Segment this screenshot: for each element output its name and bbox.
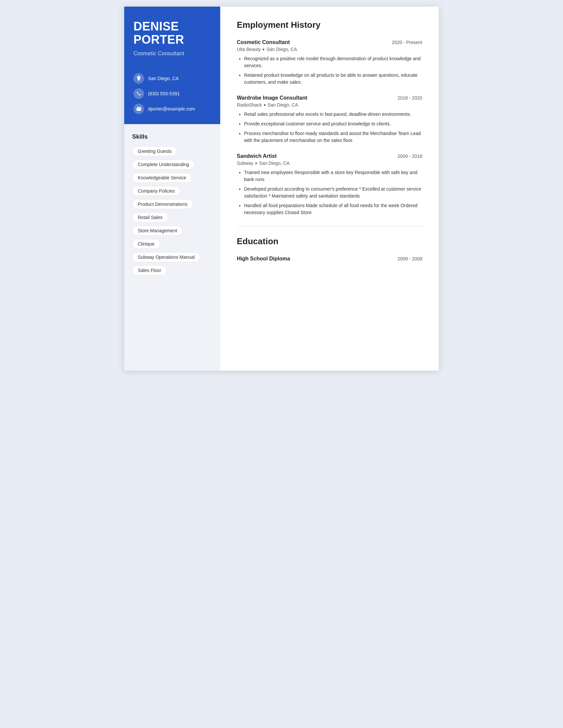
bullet-item: Retained product knowledge on all produc… <box>244 72 422 86</box>
skill-tag: Complete Understanding <box>132 159 195 169</box>
job-bullets: Trained new employees Responsible with a… <box>237 169 422 216</box>
job-meta: Ulta Beauty San Diego, CA <box>237 47 422 52</box>
skill-tag: Subway Operations Manual <box>132 252 200 262</box>
job-block: Cosmetic Consultant2020 - PresentUlta Be… <box>237 39 422 86</box>
skill-tag: Product Demonstrations <box>132 199 193 209</box>
job-meta: Subway San Diego, CA <box>237 160 422 166</box>
skills-heading: Skills <box>132 133 212 140</box>
skill-tag: Knowledgeable Service <box>132 173 192 183</box>
candidate-name: DENISE PORTER <box>133 20 211 46</box>
meta-separator <box>255 162 257 164</box>
job-location: San Diego, CA <box>267 102 299 108</box>
job-company: Ulta Beauty <box>237 47 260 52</box>
skill-tag: Greeting Guests <box>132 146 177 156</box>
job-block: Sandwich Artist2009 - 2018Subway San Die… <box>237 153 422 216</box>
bullet-item: Recognized as a positive role model thro… <box>244 55 422 69</box>
location-icon <box>133 73 144 84</box>
edu-dates: 2009 - 2009 <box>398 256 422 261</box>
skill-tag: Company Policies <box>132 186 180 196</box>
job-block: Wardrobe Image Consultant2018 - 2020Radi… <box>237 95 422 144</box>
job-title: Sandwich Artist <box>237 153 276 159</box>
location-text: San Diego, CA <box>148 76 179 81</box>
job-dates: 2018 - 2020 <box>398 95 422 101</box>
job-title: Wardrobe Image Consultant <box>237 95 307 101</box>
education-heading: Education <box>237 236 422 249</box>
job-company: Subway <box>237 160 253 166</box>
job-header: Sandwich Artist2009 - 2018 <box>237 153 422 159</box>
edu-header: High School Diploma2009 - 2009 <box>237 256 422 262</box>
job-bullets: Recognized as a positive role model thro… <box>237 55 422 86</box>
email-icon <box>133 104 144 114</box>
contact-email: dporter@example.com <box>133 104 211 114</box>
sidebar: DENISE PORTER Cosmetic Consultant San Di… <box>124 7 220 371</box>
phone-icon <box>133 88 144 99</box>
bullet-item: Provide exceptional customer service and… <box>244 120 422 127</box>
candidate-title: Cosmetic Consultant <box>133 51 211 57</box>
job-header: Wardrobe Image Consultant2018 - 2020 <box>237 95 422 101</box>
job-title: Cosmetic Consultant <box>237 39 290 45</box>
employment-heading: Employment History <box>237 20 422 32</box>
edu-degree: High School Diploma <box>237 256 290 262</box>
bullet-item: Developed product according to consumer'… <box>244 186 422 200</box>
skills-list: Greeting GuestsComplete UnderstandingKno… <box>132 146 212 275</box>
job-header: Cosmetic Consultant2020 - Present <box>237 39 422 45</box>
bullet-item: Process merchandise to floor-ready stand… <box>244 130 422 144</box>
skill-tag: Sales Floor <box>132 265 167 275</box>
job-dates: 2009 - 2018 <box>398 154 422 159</box>
jobs-list: Cosmetic Consultant2020 - PresentUlta Be… <box>237 39 422 216</box>
resume-container: DENISE PORTER Cosmetic Consultant San Di… <box>124 7 439 371</box>
meta-separator <box>264 104 265 106</box>
email-text: dporter@example.com <box>148 106 195 112</box>
job-dates: 2020 - Present <box>392 40 422 45</box>
job-location: San Diego, CA <box>259 160 290 166</box>
sidebar-header: DENISE PORTER Cosmetic Consultant <box>124 7 220 67</box>
bullet-item: Trained new employees Responsible with a… <box>244 169 422 183</box>
job-meta: RadioShack San Diego, CA <box>237 102 422 108</box>
contact-location: San Diego, CA <box>133 73 211 84</box>
job-location: San Diego, CA <box>266 47 297 52</box>
skill-tag: Clinique <box>132 239 160 249</box>
section-divider <box>237 226 422 226</box>
education-list: High School Diploma2009 - 2009 <box>237 256 422 262</box>
bullet-item: Retail sales professional who excels in … <box>244 111 422 118</box>
phone-text: (830) 555-5391 <box>148 91 180 96</box>
job-bullets: Retail sales professional who excels in … <box>237 111 422 144</box>
skill-tag: Store Management <box>132 226 183 236</box>
skill-tag: Retail Sales <box>132 212 168 222</box>
skills-section: Skills Greeting GuestsComplete Understan… <box>124 124 220 371</box>
contact-phone: (830) 555-5391 <box>133 88 211 99</box>
contact-section: San Diego, CA (830) 555-5391 dporter@exa… <box>124 67 220 124</box>
job-company: RadioShack <box>237 102 262 108</box>
education-block: High School Diploma2009 - 2009 <box>237 256 422 262</box>
main-content: Employment History Cosmetic Consultant20… <box>220 7 439 371</box>
bullet-item: Handled all food preparations Made sched… <box>244 202 422 216</box>
meta-separator <box>262 49 264 50</box>
